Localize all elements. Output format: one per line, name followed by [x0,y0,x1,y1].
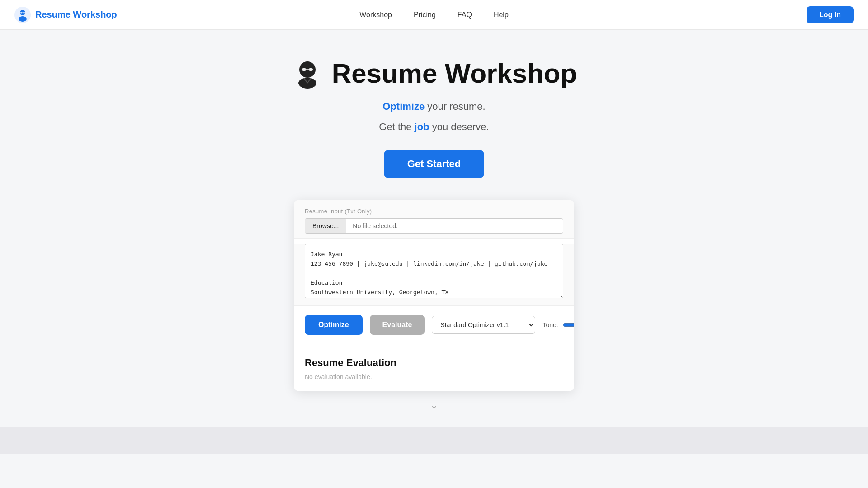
svg-rect-4 [23,12,25,13]
hero-title: Resume Workshop [332,58,577,89]
textarea-wrap [294,244,574,305]
logo-text: Resume Workshop [35,9,117,20]
optimize-button[interactable]: Optimize [305,315,363,335]
svg-rect-9 [309,68,313,71]
file-name-display: No file selected. [346,219,563,233]
svg-point-2 [19,16,27,22]
browse-button[interactable]: Browse... [305,219,346,233]
evaluation-title: Resume Evaluation [305,357,563,369]
evaluation-section: Resume Evaluation No evaluation availabl… [294,344,574,391]
evaluate-button[interactable]: Evaluate [370,315,425,335]
svg-rect-8 [302,68,306,71]
hero-subtitle-line1: Optimize your resume. [382,99,485,114]
resume-textarea[interactable] [305,244,563,298]
file-row-label: Resume Input (Txt Only) [305,208,563,215]
svg-rect-3 [20,12,22,13]
logo-link[interactable]: Resume Workshop [14,7,117,23]
optimizer-select[interactable]: Standard Optimizer v1.1Advanced Optimize… [432,316,535,334]
file-row: Resume Input (Txt Only) Browse... No fil… [294,200,574,239]
nav-faq[interactable]: FAQ [458,11,472,19]
evaluation-empty: No evaluation available. [305,373,563,380]
logo-icon [14,7,31,23]
nav-workshop[interactable]: Workshop [359,11,392,19]
tone-label: Tone: [542,321,558,328]
tone-slider[interactable] [563,321,574,328]
hero-mascot-icon [291,57,324,89]
main-nav: Workshop Pricing FAQ Help [359,11,509,19]
get-started-button[interactable]: Get Started [384,150,485,178]
nav-help[interactable]: Help [494,11,509,19]
controls-row: Optimize Evaluate Standard Optimizer v1.… [294,305,574,344]
chevron-down-icon: ⌄ [430,399,438,411]
hero-title-row: Resume Workshop [291,57,577,89]
hero-subtitle-line2: Get the job you deserve. [379,119,489,135]
nav-pricing[interactable]: Pricing [414,11,436,19]
tone-area: Tone: [542,321,574,328]
main-card: Resume Input (Txt Only) Browse... No fil… [294,200,574,391]
login-button[interactable]: Log In [807,6,854,23]
scroll-indicator: ⌄ [430,391,438,416]
hero-optimize-text: Optimize [382,101,425,112]
footer-area [0,427,868,454]
file-input-area: Browse... No file selected. [305,218,563,234]
